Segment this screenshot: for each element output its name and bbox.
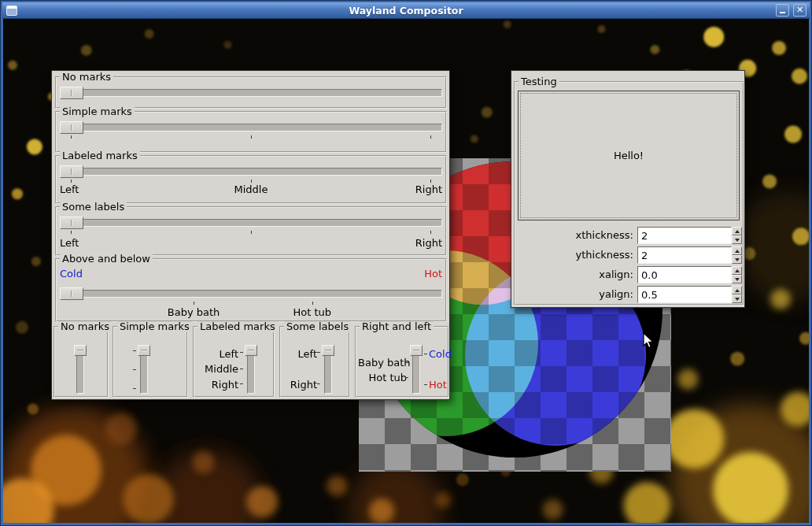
slider-trough[interactable] [60, 124, 442, 132]
mark-label-baby-bath: Baby bath [358, 357, 407, 368]
yalign-label: yalign: [535, 288, 633, 300]
close-icon: ✕ [794, 5, 806, 16]
slider-handle[interactable] [60, 121, 83, 134]
frame-v-labeled-marks: Labeled marks Left Middle Right [193, 326, 275, 398]
scales-window: No marks Simple marks [51, 70, 450, 400]
simple-marks-hscale[interactable] [60, 121, 442, 134]
scale-mark [240, 352, 243, 353]
close-button[interactable]: ✕ [793, 4, 806, 17]
slider-handle[interactable] [245, 345, 257, 356]
slider-handle[interactable] [322, 345, 334, 356]
scale-mark [133, 388, 136, 389]
simple-marks-vscale[interactable] [138, 345, 150, 394]
arrow-down-icon [735, 278, 740, 281]
xalign-spinner [732, 266, 742, 283]
frame-v-labeled-marks-title: Labeled marks [197, 321, 278, 332]
slider-handle[interactable] [74, 345, 87, 356]
frame-labeled-marks: Labeled marks Left Middle Right [55, 155, 447, 204]
above-below-hscale[interactable] [60, 287, 442, 300]
spin-down-button[interactable] [732, 275, 742, 283]
slider-trough[interactable] [60, 89, 442, 97]
xthickness-label: xthickness: [535, 229, 633, 241]
some-labels-hscale[interactable] [60, 217, 442, 229]
yalign-spinner [732, 286, 742, 303]
slider-trough[interactable] [60, 219, 442, 227]
mark-label-right: Right [415, 184, 442, 194]
hello-label: Hello! [520, 93, 737, 218]
mark-label-cold: Cold [429, 349, 452, 359]
frame-v-right-left-title: Right and left [360, 321, 434, 332]
slider-handle[interactable] [60, 165, 83, 178]
arrow-up-icon [735, 289, 740, 292]
spin-up-button[interactable] [732, 227, 742, 235]
frame-v-some-labels-title: Some labels [284, 321, 351, 332]
mark-label-hot-tub: Hot tub [293, 307, 331, 317]
frame-v-right-left: Right and left Baby bath Hot tub Cold Ho… [355, 326, 449, 398]
scale-mark [251, 135, 252, 139]
mark-label-hot: Hot [424, 269, 442, 279]
scale-mark [430, 135, 431, 139]
frame-simple-marks: Simple marks [55, 111, 447, 153]
arrow-up-icon [735, 250, 740, 253]
scale-mark [71, 231, 72, 234]
spin-up-button[interactable] [732, 286, 742, 294]
mark-label-hot-tub: Hot tub [358, 372, 407, 383]
scale-mark [317, 352, 320, 353]
frame-no-marks: No marks [55, 76, 447, 109]
spin-down-button[interactable] [732, 255, 742, 264]
desktop: No marks Simple marks [3, 19, 809, 523]
mark-label-cold: Cold [60, 269, 83, 279]
titlebar[interactable]: Wayland Compositor ✕ [2, 2, 810, 19]
scale-mark [133, 369, 136, 370]
scale-mark [240, 369, 243, 369]
minimize-button[interactable] [776, 4, 789, 17]
slider-handle[interactable] [60, 287, 83, 300]
mark-label-middle: Middle [197, 364, 238, 374]
slider-handle[interactable] [60, 87, 83, 99]
frame-v-simple-marks: Simple marks [113, 326, 188, 398]
frame-v-no-marks-title: No marks [58, 321, 112, 332]
arrow-up-icon [735, 230, 740, 233]
mark-label-left: Left [284, 349, 317, 359]
no-marks-hscale[interactable] [60, 87, 442, 99]
right-left-vscale[interactable] [410, 345, 423, 394]
arrow-down-icon [735, 258, 740, 261]
spin-down-button[interactable] [732, 294, 742, 303]
spin-up-button[interactable] [732, 246, 742, 255]
scale-mark [430, 180, 431, 183]
scale-mark [312, 302, 313, 305]
mark-label-middle: Middle [234, 184, 268, 194]
scale-mark [71, 180, 72, 183]
scale-mark [317, 383, 320, 384]
slider-trough[interactable] [60, 168, 442, 176]
testing-window: Testing Hello! xthickness: ythickness: x… [511, 70, 745, 308]
scale-mark [424, 384, 427, 385]
mark-label-baby-bath: Baby bath [168, 307, 220, 317]
spin-up-button[interactable] [732, 266, 742, 275]
frame-testing-title: Testing [519, 76, 559, 87]
slider-trough[interactable] [60, 290, 442, 298]
scale-mark [133, 350, 136, 351]
mark-label-hot: Hot [429, 380, 447, 390]
mark-label-left: Left [60, 238, 79, 248]
some-labels-vscale[interactable] [322, 345, 334, 394]
scale-mark [405, 377, 408, 378]
labeled-marks-vscale[interactable] [245, 345, 257, 394]
mark-label-right: Right [284, 380, 317, 390]
slider-handle[interactable] [410, 345, 423, 356]
spin-down-button[interactable] [732, 235, 742, 244]
slider-handle[interactable] [138, 345, 150, 356]
no-marks-vscale[interactable] [74, 345, 87, 394]
ythickness-input[interactable] [637, 246, 732, 264]
xthickness-input[interactable] [637, 227, 732, 244]
hello-box: Hello! [518, 91, 740, 220]
mark-label-left: Left [60, 184, 79, 194]
yalign-input[interactable] [637, 286, 732, 303]
xalign-input[interactable] [637, 266, 732, 283]
frame-v-simple-marks-title: Simple marks [117, 321, 192, 332]
arrow-down-icon [735, 239, 740, 242]
labeled-marks-hscale[interactable] [60, 165, 442, 178]
scale-mark [240, 383, 243, 384]
ythickness-spinner [732, 246, 742, 264]
slider-handle[interactable] [60, 217, 83, 229]
